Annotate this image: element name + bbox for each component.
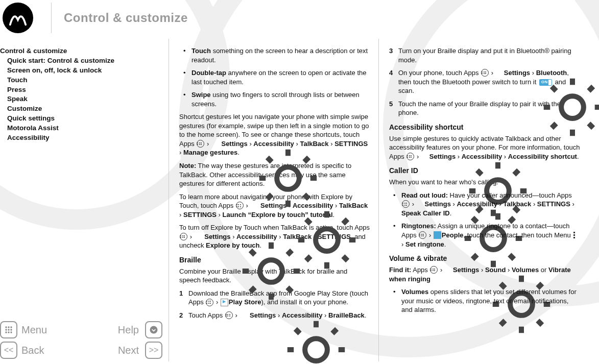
gear-icon [445, 266, 452, 274]
apps-icon [419, 231, 426, 239]
page-title: Control & customize [64, 11, 188, 25]
play-store-icon [221, 299, 228, 306]
nav-quick-start[interactable]: Quick start: Control & customize [0, 56, 163, 66]
bullet-swipe: Swipe using two fingers to scroll throug… [186, 90, 370, 108]
help-button[interactable] [145, 321, 162, 338]
nav-press[interactable]: Press [0, 85, 163, 95]
gear-icon [211, 140, 219, 148]
apps-icon [402, 200, 410, 208]
help-label: Help [83, 324, 142, 336]
motorola-logo [3, 3, 33, 33]
gear-icon [496, 69, 504, 77]
nav-speak[interactable]: Speak [0, 94, 163, 104]
apps-icon [481, 69, 489, 77]
nav-quick-settings[interactable]: Quick settings [0, 114, 163, 124]
apps-icon [225, 311, 233, 319]
apps-icon [197, 140, 204, 148]
apps-icon [206, 299, 213, 306]
people-icon [434, 231, 441, 239]
bullet-touch: Touch something on the screen to hear a … [186, 46, 370, 64]
gear-icon [417, 200, 424, 208]
content-column-1: Touch something on the screen to hear a … [169, 39, 378, 361]
gear-icon [195, 233, 202, 240]
gear-icon [239, 311, 247, 319]
bullet-volumes: Volumes opens sliders that let you set d… [396, 287, 580, 314]
on-switch-icon: ON [539, 79, 552, 86]
nav-screen[interactable]: Screen on, off, lock & unlock [0, 66, 163, 76]
bullet-double-tap: Double-tap anywhere on the screen to ope… [186, 68, 370, 86]
step-3: 3Turn on your Braille display and put it… [389, 46, 580, 64]
nav-accessibility[interactable]: Accessibility [0, 133, 163, 143]
bullet-read-out-loud: Read out loud: Have your caller announce… [396, 191, 580, 218]
back-button[interactable]: << [0, 342, 17, 359]
menu-icon [573, 232, 575, 238]
next-label: Next [83, 345, 142, 356]
nav-customize[interactable]: Customize [0, 104, 163, 114]
gear-icon [421, 153, 429, 160]
back-label: Back [21, 345, 80, 356]
step-4: 4On your phone, touch Apps › Settings › … [389, 68, 580, 95]
content-column-2: 3Turn on your Braille display and put it… [379, 39, 588, 361]
menu-button[interactable] [0, 321, 17, 338]
para-shortcut-gestures: Shortcut gestures let you navigate your … [179, 112, 370, 157]
gear-icon [250, 202, 258, 209]
menu-label: Menu [21, 324, 80, 336]
nav-motorola-assist[interactable]: Motorola Assist [0, 124, 163, 133]
nav-control-customize[interactable]: Control & customize [0, 46, 163, 56]
bullet-ringtones: Ringtones: Assign a unique ringtone to a… [396, 222, 580, 249]
next-button[interactable]: >> [145, 342, 162, 359]
step-2: 2Touch Apps › Settings › Accessibility ›… [179, 311, 370, 320]
nav-touch[interactable]: Touch [0, 76, 163, 85]
apps-icon [406, 153, 414, 160]
sidebar-nav: Control & customize Quick start: Control… [0, 39, 163, 143]
apps-icon [180, 233, 187, 240]
